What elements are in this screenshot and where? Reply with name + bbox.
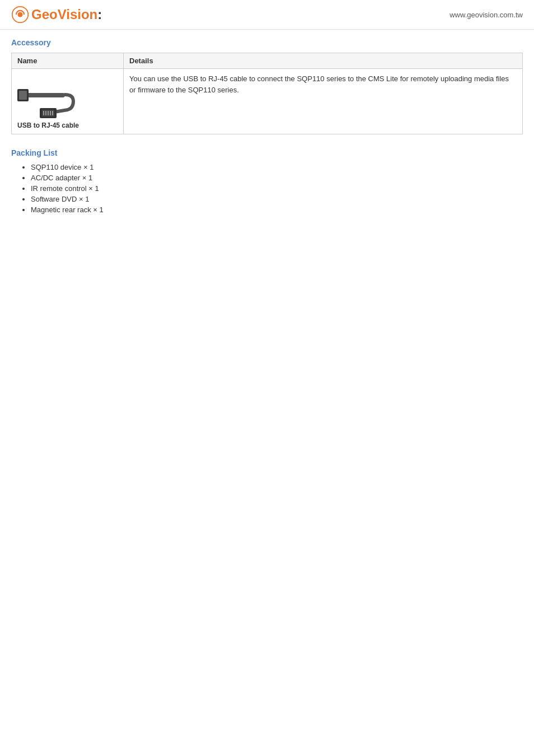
table-header-row: Name Details — [12, 53, 523, 69]
logo-text: GeoVision: — [31, 7, 102, 22]
website-url: www.geovision.com.tw — [449, 11, 523, 19]
packing-list-title: Packing List — [11, 148, 523, 157]
logo: GeoVision: — [11, 6, 102, 24]
list-item: Software DVD × 1 — [31, 195, 523, 203]
packing-list-section: Packing List SQP110 device × 1 AC/DC ada… — [11, 148, 523, 214]
main-content: Accessory Name Details — [0, 30, 534, 225]
svg-rect-10 — [50, 111, 51, 115]
table-row: USB to RJ-45 cable You can use the USB t… — [12, 69, 523, 134]
accessory-table: Name Details — [11, 53, 523, 134]
usb-cable-image — [17, 73, 90, 118]
logo-icon — [11, 6, 29, 24]
accessory-section-title: Accessory — [11, 38, 523, 47]
svg-rect-4 — [19, 91, 27, 100]
col-details-header: Details — [124, 53, 523, 69]
product-name-cell: USB to RJ-45 cable — [12, 69, 124, 134]
packing-list: SQP110 device × 1 AC/DC adapter × 1 IR r… — [11, 163, 523, 214]
list-item: Magnetic rear rack × 1 — [31, 206, 523, 214]
page-header: GeoVision: www.geovision.com.tw — [0, 0, 534, 30]
list-item: SQP110 device × 1 — [31, 163, 523, 171]
list-item: IR remote control × 1 — [31, 184, 523, 193]
list-item: AC/DC adapter × 1 — [31, 174, 523, 182]
svg-rect-7 — [43, 111, 44, 115]
product-label: USB to RJ-45 cable — [17, 122, 118, 129]
col-name-header: Name — [12, 53, 124, 69]
product-details-cell: You can use the USB to RJ-45 cable to co… — [124, 69, 523, 134]
svg-point-1 — [18, 12, 23, 17]
svg-rect-11 — [52, 111, 53, 115]
svg-rect-9 — [48, 111, 49, 115]
svg-rect-8 — [45, 111, 46, 115]
